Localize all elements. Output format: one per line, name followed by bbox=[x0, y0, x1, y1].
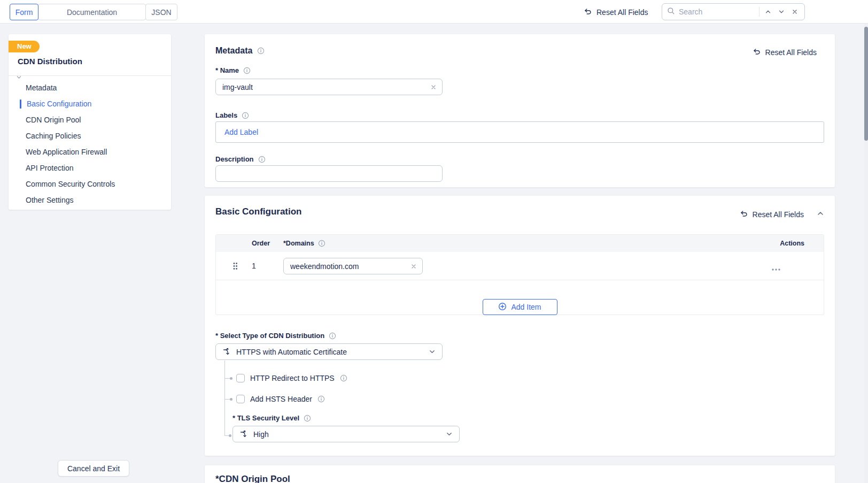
cdn-type-selected-value: HTTPS with Automatic Certificate bbox=[236, 348, 347, 356]
top-bar: Form Documentation JSON Reset All Fields bbox=[0, 0, 868, 24]
hsts-header-row: Add HSTS Header bbox=[236, 395, 325, 403]
sidebar-item-basic-configuration[interactable]: Basic Configuration bbox=[9, 96, 171, 112]
hsts-header-checkbox[interactable] bbox=[236, 395, 245, 403]
metadata-reset-all-fields-button[interactable]: Reset All Fields bbox=[753, 47, 817, 57]
tab-json[interactable]: JSON bbox=[145, 4, 177, 20]
name-input-wrapper bbox=[215, 79, 443, 95]
sidebar-item-metadata[interactable]: Metadata bbox=[9, 80, 171, 96]
sidebar-item-cdn-origin-pool[interactable]: CDN Origin Pool bbox=[9, 112, 171, 128]
sidebar-item-api-protection[interactable]: API Protection bbox=[9, 160, 171, 176]
new-badge: New bbox=[9, 41, 40, 52]
column-header-order: Order bbox=[252, 240, 270, 247]
undo-icon bbox=[753, 47, 761, 57]
clear-domain-icon[interactable] bbox=[410, 263, 417, 270]
domains-table-header: Order *Domains Actions bbox=[216, 235, 824, 252]
chevron-down-icon bbox=[446, 431, 453, 438]
tree-connector-dot bbox=[229, 434, 231, 437]
page-scrollbar-thumb[interactable] bbox=[864, 27, 868, 141]
tab-documentation[interactable]: Documentation bbox=[38, 4, 146, 20]
cdn-type-select[interactable]: HTTPS with Automatic Certificate bbox=[215, 343, 443, 360]
undo-icon bbox=[584, 7, 592, 17]
form-navigation-sidebar: New CDN Distribution Metadata Basic Conf… bbox=[9, 34, 171, 210]
select-type-label: * Select Type of CDN Distribution bbox=[215, 332, 336, 340]
fork-icon bbox=[239, 430, 248, 439]
search-close-button[interactable] bbox=[790, 7, 800, 17]
undo-icon bbox=[740, 209, 748, 219]
http-redirect-row: HTTP Redirect to HTTPS bbox=[236, 374, 347, 382]
cdn-distribution-form-page: Form Documentation JSON Reset All Fields bbox=[0, 0, 868, 483]
description-input[interactable] bbox=[222, 170, 437, 178]
search-divider bbox=[759, 7, 759, 17]
sidebar-item-web-application-firewall[interactable]: Web Application Firewall bbox=[9, 144, 171, 160]
domains-table: Order *Domains Actions 1 bbox=[215, 234, 824, 315]
active-indicator-bar bbox=[20, 99, 21, 109]
row-order-value: 1 bbox=[252, 262, 256, 270]
tree-connector-vertical bbox=[224, 361, 225, 436]
info-icon[interactable] bbox=[243, 67, 251, 74]
drag-handle-icon[interactable] bbox=[232, 262, 238, 273]
sidebar-title: CDN Distribution bbox=[18, 57, 82, 66]
basic-config-reset-all-fields-button[interactable]: Reset All Fields bbox=[740, 209, 804, 219]
row-actions-ellipsis-icon[interactable] bbox=[771, 264, 781, 273]
column-header-domains: *Domains bbox=[283, 240, 326, 247]
basic-configuration-title: Basic Configuration bbox=[215, 206, 302, 217]
add-item-button[interactable]: Add Item bbox=[483, 299, 557, 315]
clear-name-icon[interactable] bbox=[430, 84, 437, 90]
info-icon[interactable] bbox=[329, 332, 336, 340]
search-input[interactable] bbox=[679, 7, 755, 16]
info-icon[interactable] bbox=[258, 156, 266, 163]
domain-input[interactable] bbox=[290, 262, 410, 271]
metadata-section-title: Metadata bbox=[215, 46, 252, 56]
cdn-origin-pool-title: *CDN Origin Pool bbox=[215, 474, 290, 483]
sidebar-nav: Metadata Basic Configuration CDN Origin … bbox=[9, 80, 171, 208]
description-field-label: Description bbox=[215, 155, 266, 163]
info-icon[interactable] bbox=[304, 415, 311, 422]
chevron-down-icon bbox=[429, 348, 436, 355]
plus-circle-icon bbox=[498, 302, 507, 312]
sidebar-item-caching-policies[interactable]: Caching Policies bbox=[9, 128, 171, 144]
tree-connector-dot bbox=[230, 377, 232, 380]
tls-security-level-label: * TLS Security Level bbox=[232, 414, 311, 422]
info-icon[interactable] bbox=[257, 47, 265, 55]
sidebar-divider bbox=[9, 75, 171, 76]
http-redirect-label: HTTP Redirect to HTTPS bbox=[250, 374, 335, 382]
fork-icon bbox=[222, 348, 231, 356]
description-input-wrapper bbox=[215, 165, 443, 182]
info-icon[interactable] bbox=[242, 112, 249, 119]
column-header-actions: Actions bbox=[780, 240, 804, 247]
metadata-section-card: Metadata Reset All Fields * Name Labels bbox=[205, 34, 835, 187]
tab-form[interactable]: Form bbox=[10, 4, 38, 20]
http-redirect-checkbox[interactable] bbox=[236, 374, 245, 382]
domain-input-wrapper bbox=[283, 258, 423, 274]
add-label-button[interactable]: Add Label bbox=[224, 128, 258, 136]
sidebar-item-common-security-controls[interactable]: Common Security Controls bbox=[9, 176, 171, 192]
reset-all-fields-label: Reset All Fields bbox=[596, 8, 648, 17]
labels-field-label: Labels bbox=[215, 111, 249, 119]
labels-container: Add Label bbox=[215, 121, 824, 143]
search-next-button[interactable] bbox=[777, 7, 786, 17]
sidebar-item-other-settings[interactable]: Other Settings bbox=[9, 192, 171, 208]
search-prev-button[interactable] bbox=[763, 7, 773, 17]
name-input[interactable] bbox=[222, 83, 430, 91]
hsts-header-label: Add HSTS Header bbox=[250, 395, 312, 403]
tls-selected-value: High bbox=[253, 430, 269, 439]
reset-all-fields-button[interactable]: Reset All Fields bbox=[584, 7, 648, 17]
basic-configuration-section-card: Basic Configuration Reset All Fields Ord… bbox=[205, 196, 835, 456]
domain-table-row: 1 bbox=[216, 252, 824, 280]
info-icon[interactable] bbox=[318, 240, 326, 247]
info-icon[interactable] bbox=[317, 395, 325, 403]
search-icon bbox=[667, 7, 675, 17]
name-field-label: * Name bbox=[215, 66, 251, 74]
tree-connector-dot bbox=[230, 398, 232, 401]
info-icon[interactable] bbox=[340, 374, 347, 382]
search-widget bbox=[662, 3, 805, 20]
cdn-origin-pool-section-card: *CDN Origin Pool bbox=[205, 465, 835, 483]
cancel-and-exit-button[interactable]: Cancel and Exit bbox=[58, 460, 129, 477]
tls-security-level-select[interactable]: High bbox=[232, 426, 460, 442]
metadata-section-title-row: Metadata bbox=[215, 46, 265, 56]
collapse-section-chevron-up-icon[interactable] bbox=[817, 210, 824, 219]
